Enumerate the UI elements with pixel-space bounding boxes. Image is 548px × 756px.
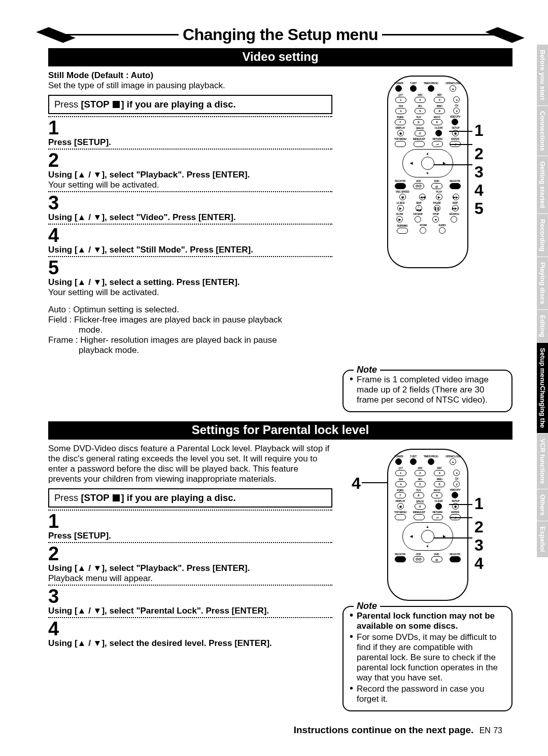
btn-8: 8 bbox=[413, 119, 424, 125]
lbl-vcr: VCR bbox=[416, 553, 421, 556]
lbl-wxyz: WXYZ bbox=[434, 489, 440, 492]
tab-changing-setup-menu[interactable]: Setup menu Changing the bbox=[537, 343, 548, 433]
lbl-ghi: GHI bbox=[399, 478, 403, 481]
btn-cmskip bbox=[415, 216, 421, 223]
option-field-cont: mode. bbox=[48, 325, 332, 335]
btn-power bbox=[395, 458, 402, 465]
remote-control: POWER T-SET TIMER PROG. OPEN/CLOSE▲ @!?1… bbox=[387, 449, 468, 601]
callout-line bbox=[450, 144, 472, 145]
still-mode-desc: Set the type of still image in pausing p… bbox=[48, 81, 332, 91]
lbl-ch: CH bbox=[455, 104, 459, 107]
lbl-dubbing: DUBBING bbox=[397, 224, 407, 227]
btn-recotr2 bbox=[450, 183, 461, 189]
lbl-zoom: ZOOM bbox=[420, 224, 427, 227]
step-5: 5 Using [▲ / ▼], select a setting. Press… bbox=[48, 256, 332, 298]
btn-skipb: |◀◀ bbox=[416, 205, 422, 211]
lbl-jkl: JKL bbox=[418, 104, 423, 107]
remote-diagram-parental: POWER T-SET TIMER PROG. OPEN/CLOSE▲ @!?1… bbox=[342, 444, 512, 601]
lbl-skip: SKIP bbox=[416, 201, 421, 204]
step-number: 2 bbox=[48, 544, 332, 563]
step-4: 4 Using [▲ / ▼], select the desired leve… bbox=[48, 617, 332, 649]
lbl-setup: SETUP bbox=[452, 126, 459, 129]
lbl-menulist: MENU/LIST bbox=[413, 511, 425, 514]
press-stop-pre: Press bbox=[54, 492, 81, 503]
lbl-recotr2: REC/OTR bbox=[450, 553, 460, 556]
step-subtext: Your setting will be activated. bbox=[48, 287, 332, 298]
press-stop-instruction: Press [STOP ] if you are playing a disc. bbox=[48, 488, 332, 508]
lbl-topmenu: TOP MENU bbox=[394, 511, 406, 514]
callout-4: 4 bbox=[474, 554, 484, 573]
option-auto: Auto : Optimun setting is selected. bbox=[48, 305, 332, 315]
tab-espanol[interactable]: Español bbox=[537, 521, 548, 558]
lbl-tset: T-SET bbox=[410, 82, 417, 85]
tab-others[interactable]: Others bbox=[537, 489, 548, 521]
btn-7: 7 bbox=[395, 119, 406, 125]
btn-x13: ▶ bbox=[397, 205, 404, 211]
still-mode-options: Auto : Optimun setting is selected. Fiel… bbox=[48, 305, 332, 355]
btn-4: 4 bbox=[395, 481, 406, 487]
tab-before-you-start[interactable]: Before you start bbox=[537, 45, 548, 106]
lbl-tuv: TUV bbox=[416, 116, 421, 119]
step-subtext: Playback menu will appear. bbox=[48, 573, 332, 584]
step-text: Using [▲ / ▼], select "Parental Lock". P… bbox=[48, 606, 332, 616]
page-footer: Instructions continue on the next page. … bbox=[294, 725, 502, 736]
tab-vcr-functions[interactable]: VCR functions bbox=[537, 434, 548, 490]
btn-vidtv bbox=[452, 119, 458, 125]
lbl-menulist: MENU/LIST bbox=[413, 137, 425, 140]
lbl-def: DEF bbox=[437, 466, 442, 470]
btn-9: 9 bbox=[431, 119, 442, 125]
lbl-display: DISPLAY bbox=[395, 499, 405, 502]
step-number: 4 bbox=[48, 226, 332, 245]
lbl-recotr2: REC/OTR bbox=[450, 179, 460, 183]
lbl-stop: STOP bbox=[433, 212, 439, 215]
btn-9: 9 bbox=[431, 492, 442, 498]
press-stop-instruction: Press [STOP ] if you are playing a disc. bbox=[48, 95, 332, 114]
lbl-at: @!? bbox=[398, 93, 403, 96]
btn-6: 6 bbox=[434, 481, 445, 487]
tab-playing-discs[interactable]: Playing discs bbox=[537, 257, 548, 310]
dpad-left-icon bbox=[410, 161, 413, 165]
step-number: 4 bbox=[48, 619, 332, 638]
step-text: Using [▲ / ▼], select "Playback". Press … bbox=[48, 563, 332, 573]
dpad-center bbox=[421, 157, 434, 170]
btn-return: ↩ bbox=[432, 141, 443, 147]
callout-line bbox=[434, 164, 472, 165]
note-item: Frame is 1 completed video image made up… bbox=[350, 375, 505, 405]
btn-0: 0 bbox=[415, 130, 426, 136]
lbl-space: SPACE bbox=[416, 127, 424, 130]
note-item: Parental lock function may not be availa… bbox=[350, 611, 505, 631]
lbl-recotr: REC/OTR bbox=[395, 553, 405, 556]
tab-connections[interactable]: Connections bbox=[537, 106, 548, 157]
btn-recotr2 bbox=[450, 556, 461, 562]
callout-5: 5 bbox=[474, 199, 484, 218]
tab-getting-started[interactable]: Getting started bbox=[537, 156, 548, 213]
btn-power bbox=[395, 85, 402, 92]
lbl-return: RETURN bbox=[432, 511, 442, 514]
continue-text: Instructions continue on the next page. bbox=[294, 725, 474, 735]
btn-tset bbox=[410, 458, 417, 465]
btn-clear bbox=[435, 503, 442, 510]
lbl-setup: SETUP bbox=[452, 499, 459, 502]
lbl-abc: ABC bbox=[418, 93, 423, 96]
press-stop-post: ] if you are playing a disc. bbox=[121, 99, 235, 110]
press-stop-pre: Press bbox=[54, 99, 81, 110]
step-text: Using [▲ / ▼], select a setting. Press [… bbox=[48, 277, 332, 287]
lbl-enter: ENTER bbox=[451, 511, 459, 514]
btn-open: ▲ bbox=[450, 458, 456, 465]
option-frame-cont: playback mode. bbox=[48, 345, 332, 355]
btn-5: 5 bbox=[415, 481, 426, 487]
lbl-search: SEARCH bbox=[449, 212, 459, 215]
callout-2: 2 bbox=[474, 145, 484, 163]
tab-editing[interactable]: Editing bbox=[537, 310, 548, 343]
step-text: Using [▲ / ▼], select "Still Mode". Pres… bbox=[48, 245, 332, 255]
tab-recording[interactable]: Recording bbox=[537, 214, 548, 257]
step-3: 3 Using [▲ / ▼], select "Video". Press [… bbox=[48, 191, 332, 223]
lbl-topmenu: TOP MENU bbox=[394, 137, 406, 140]
still-mode-heading: Still Mode (Default : Auto) bbox=[48, 70, 332, 81]
parental-note-box: Note Parental lock function may not be a… bbox=[342, 606, 512, 711]
lbl-skip2: SKIP bbox=[453, 201, 458, 204]
lbl-recotr: REC/OTR bbox=[395, 179, 405, 183]
btn-slow: |▶ bbox=[396, 216, 403, 223]
step-1: 1 Press [SETUP]. bbox=[48, 510, 332, 541]
lbl-power: POWER bbox=[394, 455, 403, 458]
